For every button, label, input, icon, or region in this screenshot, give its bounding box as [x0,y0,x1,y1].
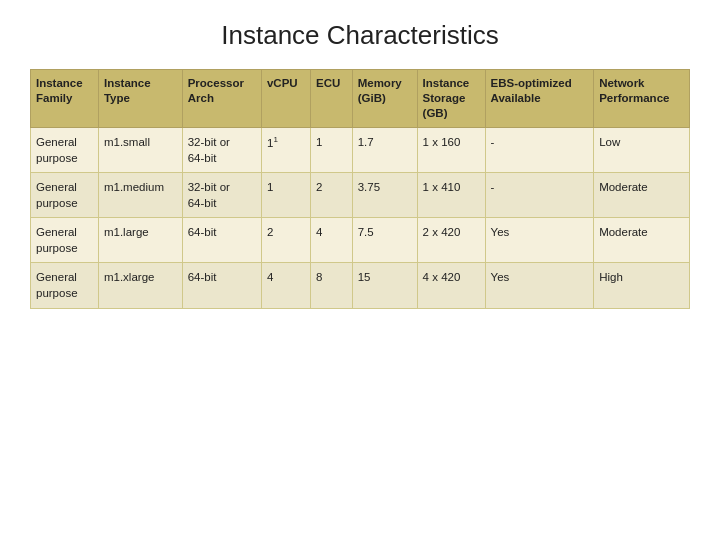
cell-instance_type: m1.xlarge [98,263,182,308]
cell-ebs_optimized: Yes [485,263,594,308]
cell-network_performance: High [594,263,690,308]
cell-memory: 3.75 [352,173,417,218]
cell-memory: 15 [352,263,417,308]
cell-instance_storage: 1 x 160 [417,127,485,172]
cell-instance_storage: 4 x 420 [417,263,485,308]
cell-memory: 1.7 [352,127,417,172]
cell-vcpu: 11 [261,127,310,172]
cell-instance_family: Generalpurpose [31,127,99,172]
cell-instance_family: Generalpurpose [31,173,99,218]
cell-vcpu: 4 [261,263,310,308]
cell-ebs_optimized: Yes [485,218,594,263]
cell-vcpu: 2 [261,218,310,263]
cell-instance_family: Generalpurpose [31,263,99,308]
cell-instance_storage: 2 x 420 [417,218,485,263]
col-header-vcpu: vCPU [261,70,310,128]
table-row: Generalpurposem1.medium32-bit or64-bit12… [31,173,690,218]
cell-processor_arch: 64-bit [182,263,261,308]
cell-processor_arch: 64-bit [182,218,261,263]
col-header-ebs-optimized: EBS-optimizedAvailable [485,70,594,128]
col-header-memory: Memory(GiB) [352,70,417,128]
cell-network_performance: Low [594,127,690,172]
col-header-processor-arch: ProcessorArch [182,70,261,128]
cell-memory: 7.5 [352,218,417,263]
cell-instance_type: m1.large [98,218,182,263]
cell-instance_type: m1.medium [98,173,182,218]
cell-ecu: 8 [311,263,353,308]
table-row: Generalpurposem1.xlarge64-bit48154 x 420… [31,263,690,308]
col-header-instance-family: InstanceFamily [31,70,99,128]
col-header-network-performance: NetworkPerformance [594,70,690,128]
table-row: Generalpurposem1.large64-bit247.52 x 420… [31,218,690,263]
cell-vcpu: 1 [261,173,310,218]
instance-table: InstanceFamily InstanceType ProcessorArc… [30,69,690,309]
col-header-ecu: ECU [311,70,353,128]
cell-instance_storage: 1 x 410 [417,173,485,218]
cell-ebs_optimized: - [485,127,594,172]
table-row: Generalpurposem1.small32-bit or64-bit111… [31,127,690,172]
cell-ebs_optimized: - [485,173,594,218]
cell-processor_arch: 32-bit or64-bit [182,173,261,218]
cell-instance_type: m1.small [98,127,182,172]
page: Instance Characteristics InstanceFamily … [0,0,720,540]
cell-processor_arch: 32-bit or64-bit [182,127,261,172]
col-header-instance-type: InstanceType [98,70,182,128]
cell-ecu: 4 [311,218,353,263]
cell-network_performance: Moderate [594,173,690,218]
col-header-instance-storage: InstanceStorage(GB) [417,70,485,128]
cell-instance_family: Generalpurpose [31,218,99,263]
cell-ecu: 1 [311,127,353,172]
cell-network_performance: Moderate [594,218,690,263]
table-header-row: InstanceFamily InstanceType ProcessorArc… [31,70,690,128]
page-title: Instance Characteristics [221,20,498,51]
cell-ecu: 2 [311,173,353,218]
